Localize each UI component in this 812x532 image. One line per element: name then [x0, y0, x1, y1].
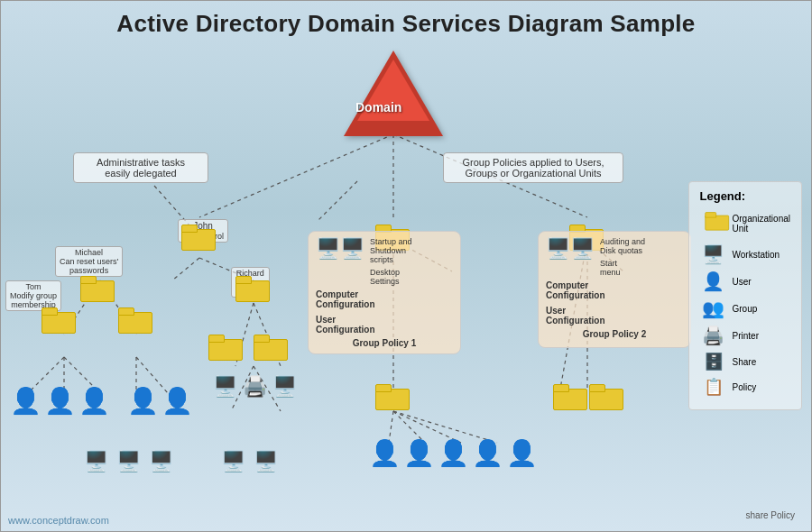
admin-annotation: Administrative taskseasily delegated	[73, 152, 208, 183]
user-icon-c1: 👤	[369, 441, 401, 466]
gp1-computer-config: ComputerConfiguration	[316, 289, 453, 309]
gp2-box: 🖥️🖥️ Auditing andDisk quotas Startmenu C…	[538, 231, 691, 348]
user-icon-5: 👤	[161, 389, 193, 414]
gp2-computer-config: ComputerConfiguration	[546, 280, 683, 300]
legend-row-share: 🗄️ Share	[700, 352, 790, 371]
gp2-start-menu: Startmenu	[600, 259, 645, 277]
legend-row-policy: 📋 Policy	[700, 377, 790, 397]
ou-folder-right-sub1[interactable]	[208, 335, 241, 360]
legend-folder-icon	[700, 208, 727, 238]
gp-annotation: Group Policies applied to Users,Groups o…	[443, 152, 623, 183]
legend-label-ou: OrganizationalUnit	[733, 214, 790, 234]
ou-folder-left-2[interactable]	[42, 307, 74, 333]
server-icon-gp2: 🖥️🖥️	[546, 237, 595, 261]
svg-line-19	[393, 411, 425, 443]
user-icon-c4: 👤	[472, 441, 503, 466]
legend-row-ou: OrganizationalUnit	[700, 208, 790, 238]
legend-label-share: Share	[733, 357, 757, 367]
user-icon-3: 👤	[78, 389, 110, 414]
svg-line-18	[389, 411, 393, 443]
legend-row-group: 👥 Group	[700, 298, 790, 319]
legend-row-workstation: 🖥️ Workstation	[700, 243, 790, 265]
gp1-box: 🖥️🖥️ Startup andShutdownscripts DesktopS…	[308, 231, 461, 354]
gp1-user-config: UserConfiguration	[316, 315, 453, 335]
svg-line-25	[317, 181, 357, 222]
svg-line-20	[393, 411, 461, 443]
ou-folder-richard[interactable]	[235, 276, 268, 301]
gp1-startup: Startup andShutdownscripts	[370, 237, 412, 264]
legend-user-icon: 👤	[700, 271, 727, 292]
legend-row-printer: 🖨️ Printer	[700, 325, 790, 346]
legend-policy-icon: 📋	[700, 377, 727, 397]
ou-folder-right-bottom2[interactable]	[589, 384, 622, 409]
legend-label-printer: Printer	[733, 331, 759, 341]
legend-label-workstation: Workstation	[733, 250, 780, 260]
svg-line-0	[199, 134, 393, 217]
gp2-label: Group Policy 2	[546, 329, 683, 339]
legend-title: Legend:	[700, 189, 790, 203]
legend-printer-icon: 🖨️	[700, 325, 727, 346]
workstation-1: 🖥️	[84, 452, 108, 472]
legend-label-group: Group	[733, 304, 758, 314]
ou-folder-left-3[interactable]	[118, 307, 151, 333]
ou-folder-left-1[interactable]	[80, 276, 113, 301]
domain-label: Domain	[355, 100, 401, 115]
gp2-user-config: UserConfiguration	[546, 306, 683, 326]
legend-label-user: User	[733, 277, 752, 287]
legend-workstation-icon: 🖥️	[700, 243, 727, 265]
user-icon-c2: 👤	[403, 441, 435, 466]
workstation-r1: 🖥️	[221, 452, 245, 472]
svg-line-21	[393, 411, 497, 443]
ou-folder-main-left[interactable]	[181, 225, 214, 250]
user-icon-2: 👤	[44, 389, 76, 414]
legend-row-user: 👤 User	[700, 271, 790, 292]
workstation-r2: 🖥️	[254, 452, 278, 472]
legend-label-policy: Policy	[733, 382, 757, 392]
gp1-desktop: DesktopSettings	[370, 268, 412, 286]
watermark: www.conceptdraw.com	[8, 515, 109, 526]
legend-box: Legend: OrganizationalUnit 🖥️ Workstatio…	[688, 181, 802, 410]
ou-folder-center-bottom[interactable]	[375, 384, 408, 409]
ou-folder-right-sub2[interactable]	[254, 335, 286, 360]
printer-network: 🖥️ 🖨️ 🖥️	[213, 375, 297, 399]
svg-line-5	[172, 258, 199, 280]
michael-label: MichaelCan reset users'passwords	[55, 246, 123, 277]
share-policy-text: share Policy	[746, 510, 795, 520]
gp2-auditing: Auditing andDisk quotas	[600, 237, 645, 255]
ou-folder-right-bottom[interactable]	[553, 384, 586, 409]
user-icon-c3: 👤	[438, 441, 469, 466]
user-icon-1: 👤	[10, 389, 42, 414]
workstation-2: 🖥️	[116, 452, 141, 472]
page-title: Active Directory Domain Services Diagram…	[1, 1, 811, 38]
domain-triangle	[344, 50, 443, 136]
gp1-label: Group Policy 1	[316, 338, 453, 348]
user-icon-c5: 👤	[506, 441, 538, 466]
user-icon-4: 👤	[127, 389, 159, 414]
server-icon-gp1: 🖥️🖥️	[316, 237, 364, 261]
workstation-3: 🖥️	[149, 452, 173, 472]
tom-label: TomModify groupmembership	[5, 280, 61, 311]
legend-share-icon: 🗄️	[700, 352, 727, 371]
legend-group-icon: 👥	[700, 298, 727, 319]
